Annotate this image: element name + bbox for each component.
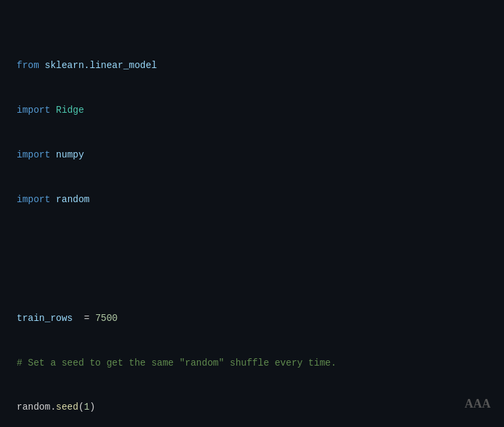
- line-empty-1: [17, 252, 487, 266]
- line-7: random.seed(1): [17, 400, 487, 414]
- line-1: from sklearn.linear_model: [17, 58, 487, 73]
- code-container: from sklearn.linear_model import Ridge i…: [0, 0, 504, 427]
- watermark: AAA: [465, 394, 491, 414]
- line-6: # Set a seed to get the same "random" sh…: [17, 356, 487, 370]
- line-5: train_rows = 7500: [17, 311, 487, 326]
- line-2: import Ridge: [17, 103, 487, 117]
- line-3: import numpy: [17, 147, 487, 162]
- line-4: import random: [17, 192, 487, 207]
- code-block: from sklearn.linear_model import Ridge i…: [17, 13, 487, 427]
